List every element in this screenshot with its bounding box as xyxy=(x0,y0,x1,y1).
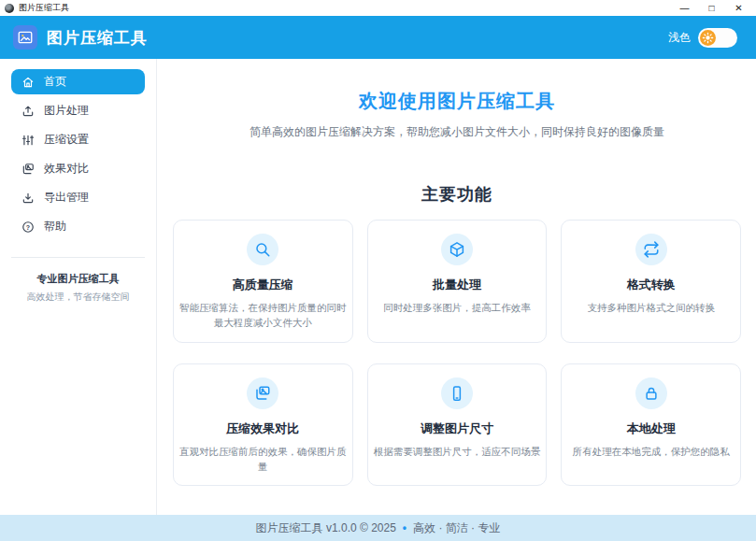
sidebar-item-label: 导出管理 xyxy=(44,190,89,206)
welcome-subtitle: 简单高效的图片压缩解决方案，帮助您减小图片文件大小，同时保持良好的图像质量 xyxy=(173,124,741,140)
sidebar-footer: 专业图片压缩工具 高效处理，节省存储空间 xyxy=(11,258,145,304)
sidebar-item-export-management[interactable]: 导出管理 xyxy=(11,185,145,210)
sidebar-footer-title: 专业图片压缩工具 xyxy=(11,272,145,286)
app-window: 图片压缩工具 — □ ✕ 图片压缩工具 浅色 xyxy=(0,0,756,541)
maximize-button[interactable]: □ xyxy=(698,0,725,16)
sidebar-footer-subtitle: 高效处理，节省存储空间 xyxy=(11,291,145,304)
minimize-button[interactable]: — xyxy=(671,0,698,16)
feature-card-compression-comparison[interactable]: 压缩效果对比 直观对比压缩前后的效果，确保图片质量 xyxy=(173,363,353,487)
sidebar-item-label: 首页 xyxy=(44,74,66,90)
app-header: 图片压缩工具 浅色 xyxy=(0,16,756,59)
sidebar-item-home[interactable]: 首页 xyxy=(11,69,145,94)
theme-label: 浅色 xyxy=(668,30,691,46)
feature-card-batch-processing[interactable]: 批量处理 同时处理多张图片，提高工作效率 xyxy=(367,220,548,343)
titlebar: 图片压缩工具 — □ ✕ xyxy=(0,0,756,16)
footer-version-text: 图片压缩工具 v1.0.0 © 2025 xyxy=(256,520,396,536)
cube-icon xyxy=(441,234,473,265)
feature-card-title: 压缩效果对比 xyxy=(178,420,348,437)
sidebar-item-label: 效果对比 xyxy=(44,161,89,177)
help-icon: ? xyxy=(21,221,35,234)
feature-card-description: 所有处理在本地完成，保护您的隐私 xyxy=(566,444,735,459)
header-right: 浅色 xyxy=(668,28,737,48)
search-icon xyxy=(247,234,278,265)
window-title: 图片压缩工具 xyxy=(19,0,69,16)
feature-card-title: 调整图片尺寸 xyxy=(373,420,542,437)
phone-icon xyxy=(441,377,473,409)
feature-card-description: 直观对比压缩前后的效果，确保图片质量 xyxy=(178,444,348,475)
app-icon-small xyxy=(5,4,14,13)
feature-card-description: 智能压缩算法，在保持图片质量的同时最大程度减小文件大小 xyxy=(178,300,348,331)
svg-text:?: ? xyxy=(26,223,30,230)
welcome-title: 欢迎使用图片压缩工具 xyxy=(173,87,741,115)
sidebar-item-effect-comparison[interactable]: 效果对比 xyxy=(11,156,145,181)
sun-icon xyxy=(700,30,716,46)
sidebar-item-label: 图片处理 xyxy=(44,103,89,119)
close-button[interactable]: ✕ xyxy=(725,0,752,16)
header-left: 图片压缩工具 xyxy=(13,25,148,50)
feature-card-title: 高质量压缩 xyxy=(178,277,348,293)
feature-card-format-conversion[interactable]: 格式转换 支持多种图片格式之间的转换 xyxy=(561,220,741,343)
sidebar-item-image-processing[interactable]: 图片处理 xyxy=(11,98,145,123)
footer-separator-dot: • xyxy=(403,521,407,534)
sidebar: 首页 图片处理 压缩设置 xyxy=(0,59,157,515)
app-logo-icon xyxy=(13,25,37,50)
swap-arrows-icon xyxy=(635,234,667,265)
feature-card-resize-image[interactable]: 调整图片尺寸 根据需要调整图片尺寸，适应不同场景 xyxy=(367,363,548,487)
sidebar-item-label: 帮助 xyxy=(44,219,66,235)
home-icon xyxy=(21,76,35,89)
feature-card-description: 同时处理多张图片，提高工作效率 xyxy=(373,300,542,315)
upload-icon xyxy=(21,105,35,118)
compare-images-icon xyxy=(21,163,35,176)
app-title: 图片压缩工具 xyxy=(47,27,148,49)
sidebar-item-label: 压缩设置 xyxy=(44,132,89,148)
images-icon xyxy=(247,377,278,409)
feature-card-high-quality-compression[interactable]: 高质量压缩 智能压缩算法，在保持图片质量的同时最大程度减小文件大小 xyxy=(173,220,353,343)
feature-card-description: 根据需要调整图片尺寸，适应不同场景 xyxy=(373,444,542,459)
feature-card-local-processing[interactable]: 本地处理 所有处理在本地完成，保护您的隐私 xyxy=(561,363,741,487)
features-grid: 高质量压缩 智能压缩算法，在保持图片质量的同时最大程度减小文件大小 批量处理 同… xyxy=(173,220,741,486)
feature-card-title: 格式转换 xyxy=(566,277,735,293)
window-controls: — □ ✕ xyxy=(671,0,752,16)
feature-card-title: 批量处理 xyxy=(373,277,542,293)
titlebar-left: 图片压缩工具 xyxy=(5,0,69,16)
footer: 图片压缩工具 v1.0.0 © 2025 • 高效 · 简洁 · 专业 xyxy=(0,515,756,541)
sliders-icon xyxy=(21,134,35,147)
download-icon xyxy=(21,192,35,205)
app-body: 首页 图片处理 压缩设置 xyxy=(0,59,756,515)
main-content: 欢迎使用图片压缩工具 简单高效的图片压缩解决方案，帮助您减小图片文件大小，同时保… xyxy=(157,59,756,515)
sidebar-item-help[interactable]: ? 帮助 xyxy=(11,214,145,239)
sidebar-item-compression-settings[interactable]: 压缩设置 xyxy=(11,127,145,152)
footer-slogan-text: 高效 · 简洁 · 专业 xyxy=(413,520,500,536)
lock-icon xyxy=(635,377,667,409)
feature-card-title: 本地处理 xyxy=(566,420,735,437)
theme-toggle[interactable] xyxy=(698,28,737,48)
feature-card-description: 支持多种图片格式之间的转换 xyxy=(566,300,735,315)
features-heading: 主要功能 xyxy=(173,184,741,205)
